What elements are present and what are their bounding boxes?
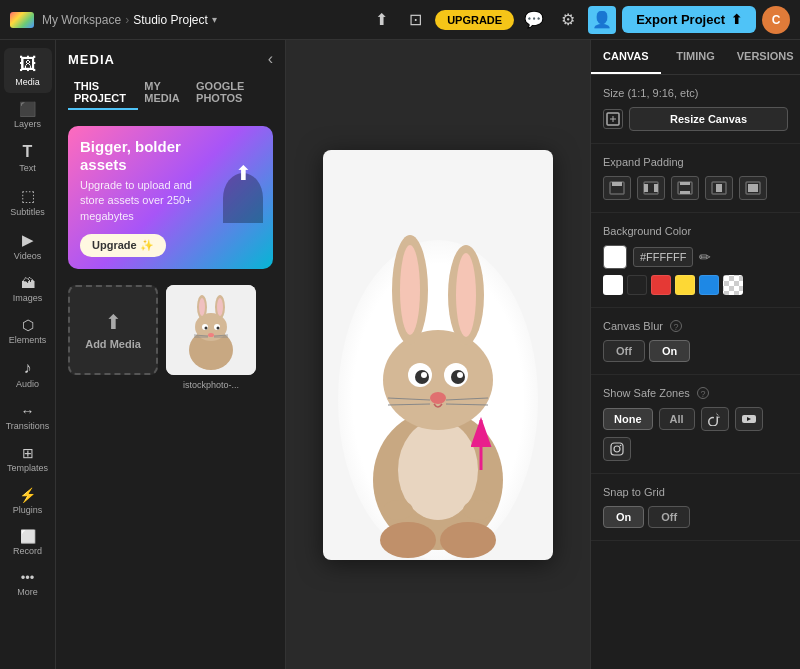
sidebar-item-record[interactable]: ⬜ Record: [4, 523, 52, 562]
sidebar-item-transitions[interactable]: ↔ Transitions: [4, 397, 52, 437]
upgrade-banner-button[interactable]: Upgrade ✨: [80, 234, 166, 257]
sidebar-item-templates[interactable]: ⊞ Templates: [4, 439, 52, 479]
workspace-link[interactable]: My Workspace: [42, 13, 121, 27]
upgrade-banner-title: Bigger, bolder assets: [80, 138, 206, 174]
upgrade-button[interactable]: UPGRADE: [435, 10, 514, 30]
sidebar-item-elements[interactable]: ⬡ Elements: [4, 311, 52, 351]
background-color-label: Background Color: [603, 225, 788, 237]
svg-rect-45: [644, 184, 648, 192]
snap-to-grid-section: Snap to Grid On Off: [591, 474, 800, 541]
sidebar-item-more[interactable]: ••• More: [4, 564, 52, 603]
comments-button[interactable]: 💬: [520, 6, 548, 34]
avatar[interactable]: C: [762, 6, 790, 34]
collapse-panel-button[interactable]: ‹: [268, 50, 273, 68]
resize-canvas-row: Resize Canvas: [603, 107, 788, 131]
canvas-blur-help-icon[interactable]: ?: [670, 320, 682, 332]
sidebar-item-layers[interactable]: ⬛ Layers: [4, 95, 52, 135]
canvas-area[interactable]: [286, 40, 590, 669]
videos-icon: ▶: [22, 231, 34, 249]
sidebar-item-media[interactable]: 🖼 Media: [4, 48, 52, 93]
export-icon: ⬆: [731, 12, 742, 27]
safe-zones-all-button[interactable]: All: [659, 408, 695, 430]
safe-zones-none-button[interactable]: None: [603, 408, 653, 430]
padding-top-button[interactable]: [603, 176, 631, 200]
swatch-red[interactable]: [651, 275, 671, 295]
svg-point-10: [208, 333, 214, 337]
svg-point-8: [205, 327, 208, 330]
right-panel-tabs: CANVAS TIMING VERSIONS: [591, 40, 800, 75]
preview-button[interactable]: ⊡: [401, 6, 429, 34]
svg-rect-48: [680, 182, 690, 185]
svg-point-33: [380, 522, 436, 558]
svg-rect-53: [748, 184, 758, 192]
upgrade-banner: Bigger, bolder assets Upgrade to upload …: [68, 126, 273, 269]
canvas-blur-label: Canvas Blur ?: [603, 320, 788, 332]
svg-point-3: [199, 298, 205, 316]
swatch-black[interactable]: [627, 275, 647, 295]
color-hex-value[interactable]: #FFFFFF: [633, 247, 693, 267]
media-icon: 🖼: [19, 54, 37, 75]
media-item-rabbit[interactable]: istockphoto-...: [166, 285, 256, 390]
color-preview[interactable]: [603, 245, 627, 269]
eyedropper-icon[interactable]: ✏: [699, 249, 711, 265]
svg-rect-56: [611, 443, 623, 455]
topbar-actions: ⬆ ⊡ UPGRADE 💬 ⚙ 👤 Export Project ⬆ C: [367, 6, 790, 34]
images-icon: 🏔: [21, 275, 35, 291]
sidebar-item-subtitles[interactable]: ⬚ Subtitles: [4, 181, 52, 223]
tab-my-media[interactable]: MY MEDIA: [138, 76, 190, 110]
sidebar-item-videos[interactable]: ▶ Videos: [4, 225, 52, 267]
sidebar-item-text[interactable]: T Text: [4, 137, 52, 179]
tab-this-project[interactable]: THIS PROJECT: [68, 76, 138, 110]
sidebar-item-images[interactable]: 🏔 Images: [4, 269, 52, 309]
tab-timing[interactable]: TIMING: [661, 40, 731, 74]
snap-to-grid-on-button[interactable]: On: [603, 506, 644, 528]
padding-left-right-button[interactable]: [637, 176, 665, 200]
sidebar: 🖼 Media ⬛ Layers T Text ⬚ Subtitles ▶ Vi…: [0, 40, 56, 669]
safe-zones-instagram-button[interactable]: [603, 437, 631, 461]
tab-versions[interactable]: VERSIONS: [730, 40, 800, 74]
svg-point-58: [620, 445, 622, 447]
resize-icon: [603, 109, 623, 129]
add-media-button[interactable]: ⬆ Add Media: [68, 285, 158, 375]
media-panel: MEDIA ‹ THIS PROJECT MY MEDIA GOOGLE PHO…: [56, 40, 286, 669]
media-thumbnail[interactable]: [166, 285, 256, 375]
svg-point-35: [383, 500, 413, 520]
audio-icon: ♪: [24, 359, 32, 377]
padding-center-button[interactable]: [705, 176, 733, 200]
snap-to-grid-off-button[interactable]: Off: [648, 506, 690, 528]
padding-all-button[interactable]: [739, 176, 767, 200]
swatch-transparent[interactable]: [723, 275, 743, 295]
media-panel-title: MEDIA: [68, 52, 115, 67]
padding-top-bottom-button[interactable]: [671, 176, 699, 200]
settings-button[interactable]: ⚙: [554, 6, 582, 34]
svg-point-5: [217, 298, 223, 316]
sidebar-item-audio[interactable]: ♪ Audio: [4, 353, 52, 395]
tab-canvas[interactable]: CANVAS: [591, 40, 661, 74]
add-media-icon: ⬆: [105, 310, 122, 334]
safe-zones-section: Show Safe Zones ? None All: [591, 375, 800, 474]
user-share-button[interactable]: 👤: [588, 6, 616, 34]
upload-button[interactable]: ⬆: [367, 6, 395, 34]
tab-google-photos[interactable]: GOOGLE PHOTOS: [190, 76, 273, 110]
safe-zones-help-icon[interactable]: ?: [697, 387, 709, 399]
canvas-blur-off-button[interactable]: Off: [603, 340, 645, 362]
svg-point-36: [463, 500, 493, 520]
canvas-blur-section: Canvas Blur ? Off On: [591, 308, 800, 375]
svg-point-21: [456, 253, 476, 337]
resize-canvas-button[interactable]: Resize Canvas: [629, 107, 788, 131]
background-color-section: Background Color #FFFFFF ✏: [591, 213, 800, 308]
sidebar-item-plugins[interactable]: ⚡ Plugins: [4, 481, 52, 521]
export-button[interactable]: Export Project ⬆: [622, 6, 756, 33]
svg-point-57: [614, 446, 620, 452]
swatch-blue[interactable]: [699, 275, 719, 295]
project-dropdown-icon[interactable]: ▾: [212, 14, 217, 25]
main-content: 🖼 Media ⬛ Layers T Text ⬚ Subtitles ▶ Vi…: [0, 40, 800, 669]
safe-zones-youtube-button[interactable]: [735, 407, 763, 431]
canvas-blur-on-button[interactable]: On: [649, 340, 690, 362]
swatch-white[interactable]: [603, 275, 623, 295]
swatch-yellow[interactable]: [675, 275, 695, 295]
safe-zones-tiktok-button[interactable]: [701, 407, 729, 431]
color-swatches: [603, 275, 788, 295]
svg-point-28: [430, 392, 446, 404]
text-icon: T: [23, 143, 33, 161]
